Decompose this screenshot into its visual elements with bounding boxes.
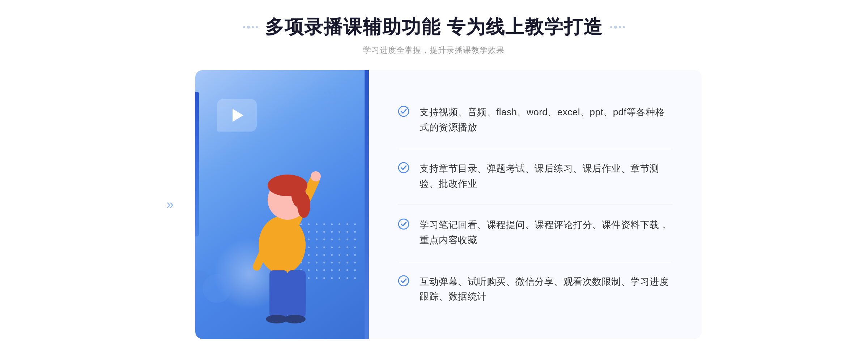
features-list: 支持视频、音频、flash、word、excel、ppt、pdf等各种格式的资源… [398,92,673,317]
main-title: 多项录播课辅助功能 专为线上教学打造 [265,14,603,40]
feature-text: 学习笔记回看、课程提问、课程评论打分、课件资料下载，重点内容收藏 [420,218,673,248]
header-section: 多项录播课辅助功能 专为线上教学打造 学习进度全掌握，提升录播课教学效果 [243,14,625,56]
feature-text: 互动弹幕、试听购买、微信分享、观看次数限制、学习进度跟踪、数据统计 [420,274,673,304]
svg-point-11 [311,171,321,181]
content-area: 支持视频、音频、flash、word、excel、ppt、pdf等各种格式的资源… [195,70,702,339]
feature-text: 支持章节目录、弹题考试、课后练习、课后作业、章节测验、批改作业 [420,161,673,191]
right-blue-stripe [365,70,369,339]
svg-point-13 [399,163,409,173]
svg-rect-7 [269,270,288,317]
feature-item: 学习笔记回看、课程提问、课程评论打分、课件资料下载，重点内容收藏 [398,205,673,261]
title-dots-left [243,26,258,29]
svg-point-12 [399,106,409,116]
title-row: 多项录播课辅助功能 专为线上教学打造 [243,14,625,40]
subtitle: 学习进度全掌握，提升录播课教学效果 [363,45,505,56]
svg-point-10 [284,315,306,323]
play-bubble [217,99,257,132]
feature-text: 支持视频、音频、flash、word、excel、ppt、pdf等各种格式的资源… [420,105,673,135]
svg-point-15 [399,276,409,286]
check-icon [398,161,420,175]
page-container: 多项录播课辅助功能 专为线上教学打造 学习进度全掌握，提升录播课教学效果 » [0,14,868,339]
play-icon [233,109,243,122]
right-features-panel: 支持视频、音频、flash、word、excel、ppt、pdf等各种格式的资源… [369,70,702,339]
svg-point-6 [297,193,310,218]
check-icon [398,105,420,119]
left-arrow-decoration: » [166,198,174,211]
svg-point-14 [399,219,409,229]
feature-item: 互动弹幕、试听购买、微信分享、观看次数限制、学习进度跟踪、数据统计 [398,261,673,317]
check-icon [398,218,420,231]
stripe-decoration [324,92,347,130]
blue-vertical-bar [195,92,199,236]
left-illustration-panel [195,70,369,339]
feature-item: 支持视频、音频、flash、word、excel、ppt、pdf等各种格式的资源… [398,92,673,148]
character-illustration [221,129,344,339]
title-dots-right [610,26,625,29]
feature-item: 支持章节目录、弹题考试、课后练习、课后作业、章节测验、批改作业 [398,148,673,205]
svg-rect-8 [288,270,306,317]
check-icon [398,274,420,288]
